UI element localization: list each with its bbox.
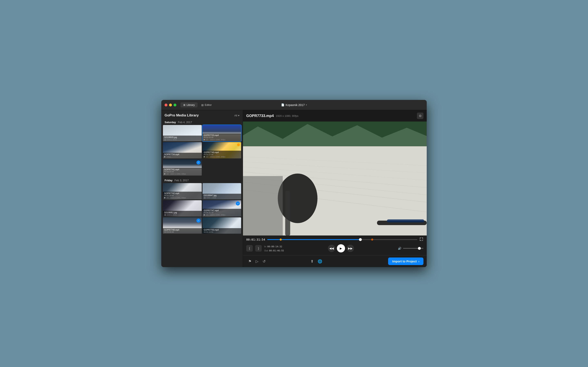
- day-group-friday: Friday Feb 3, 2017 GOPR7742.mp4 00:02:19…: [161, 177, 243, 235]
- filename-G0108951: G0108951.jpg: [164, 211, 200, 214]
- traffic-lights: [164, 104, 176, 106]
- close-button[interactable]: [164, 104, 167, 106]
- filename-GOPR7742: GOPR7742.mp4: [164, 192, 200, 194]
- media-item-GOPR7740[interactable]: GOPR7740.mp4 00:02:27:45 2D · 1920 x 108…: [203, 142, 241, 158]
- main-content: GoPro Media Library All ▾ Saturday Feb 4…: [161, 110, 427, 267]
- meta-GOPR7734: 90fps: [164, 156, 200, 158]
- duration-GOPR7747: 00:05:31:18: [204, 212, 240, 214]
- globe-icon: 🌐: [318, 259, 322, 263]
- duration-GOPR7733: 00:02:53:49: [204, 136, 240, 138]
- fullscreen-button[interactable]: [419, 237, 424, 242]
- filename-GOPR7747: GOPR7747.mp4: [204, 209, 240, 212]
- saturday-media-grid: G0108935.jpg 🖼 4000 x 3000 GOPR7733.mp4: [161, 125, 243, 175]
- photo-icon-G0108947: 🖼: [204, 197, 206, 199]
- out-point-label: Out: 00:01:46:55: [264, 249, 284, 252]
- in-point-value: 00:00:14:32: [267, 245, 282, 248]
- tab-editor[interactable]: ▤ Editor: [199, 102, 215, 108]
- progress-bar-container[interactable]: [267, 238, 417, 242]
- volume-icon: 🔊: [398, 247, 401, 250]
- settings-button[interactable]: ⚙: [417, 113, 424, 119]
- media-item-GOPR7741[interactable]: ✓ GOPR7741.mp4 00:00:33:20 2D · 1920 x 1…: [163, 159, 202, 175]
- import-to-project-button[interactable]: Import to Project ›: [388, 258, 424, 265]
- timecode-info: In: 00:00:14:32 Out: 00:01:46:55: [264, 244, 284, 252]
- library-icon: ⊞: [183, 104, 185, 106]
- day-name-saturday: Saturday: [164, 121, 176, 124]
- flag-button[interactable]: ⚑: [246, 258, 254, 264]
- tab-library[interactable]: ⊞ Library: [181, 102, 198, 108]
- fullscreen-icon: [420, 238, 423, 241]
- duration-GOPR7741: 00:00:33:20: [164, 171, 200, 173]
- filename-GOPR7734: GOPR7734.mp4: [164, 153, 200, 156]
- video-preview: [243, 122, 427, 235]
- sidebar: GoPro Media Library All ▾ Saturday Feb 4…: [161, 110, 243, 267]
- media-item-GOPR7747[interactable]: ✓ GOPR7747.mp4 00:05:31:18 2D · 1920 x 1…: [203, 200, 241, 217]
- maximize-button[interactable]: [173, 104, 176, 106]
- fast-forward-icon: ▶▶: [348, 247, 353, 250]
- rotate-button[interactable]: ↺: [260, 258, 268, 264]
- play-icon-GOPR7742: [164, 197, 166, 199]
- document-icon: 📄: [281, 103, 285, 106]
- media-item-GOPR7733[interactable]: GOPR7733.mp4 00:02:53:49 2D · 1920 x 108…: [203, 125, 241, 141]
- media-label-G0108951: G0108951.jpg 🖼 4000 x 3000: [163, 211, 202, 217]
- tab-library-label: Library: [187, 103, 195, 106]
- day-header-friday: Friday Feb 3, 2017: [161, 177, 243, 183]
- fast-forward-button[interactable]: ▶▶: [347, 245, 354, 252]
- media-item-GOPR7748[interactable]: ✓ GOPR7748.mp4 00:03:00:45: [163, 217, 202, 234]
- media-label-GOPR7748: GOPR7748.mp4 00:03:00:45: [163, 228, 202, 234]
- play-icon-GOPR7741: [164, 173, 166, 175]
- video-frame: [243, 122, 427, 235]
- copy-button[interactable]: ⬆: [309, 258, 316, 264]
- minimize-button[interactable]: [169, 104, 172, 106]
- video-resolution: 1920 x 1080, 90fps: [276, 114, 298, 117]
- out-point-marker: [371, 239, 373, 241]
- media-label-GOPR7740: GOPR7740.mp4 00:02:27:45 2D · 1920 x 108…: [203, 151, 241, 158]
- playhead[interactable]: [359, 238, 362, 241]
- media-label-GOPR7741: GOPR7741.mp4 00:00:33:20 2D · 1920 x 108…: [163, 168, 202, 175]
- media-item-GOPR7734[interactable]: GOPR7734.mp4 90fps: [163, 142, 202, 158]
- right-panel: GOPR7733.mp4 1920 x 1080, 90fps ⚙: [243, 110, 427, 267]
- media-label-G0108935: G0108935.jpg 🖼 4000 x 3000: [163, 136, 202, 141]
- meta-GOPR7747: 2D · 1920 x 1080, 90fps: [204, 214, 240, 216]
- chevron-down-icon: ▾: [306, 104, 307, 106]
- bottom-toolbar: ⚑ ▷ ↺ ⬆ 🌐 Import to Project ›: [243, 255, 427, 267]
- import-arrow-icon: ›: [418, 259, 419, 263]
- media-item-G0108947[interactable]: G0108947.jpg 🖼 4000 x 3000: [203, 183, 241, 200]
- globe-button[interactable]: 🌐: [316, 258, 324, 264]
- day-date-friday: Feb 3, 2017: [174, 179, 189, 182]
- filename-GOPR7748: GOPR7748.mp4: [164, 229, 200, 231]
- orange-badge-GOPR7740: [237, 143, 240, 146]
- sidebar-title: GoPro Media Library: [164, 113, 199, 117]
- out-point-value: 00:01:46:55: [269, 249, 284, 252]
- day-header-saturday: Saturday Feb 4, 2017: [161, 119, 243, 125]
- play-icon: ▶: [340, 247, 342, 250]
- volume-slider[interactable]: [403, 248, 424, 249]
- set-out-button[interactable]: }: [255, 245, 262, 252]
- nav-tabs: ⊞ Library ▤ Editor: [181, 102, 215, 108]
- play-icon-GOPR7734: [164, 156, 166, 158]
- play-icon-GOPR7747: [204, 214, 205, 216]
- media-label-GOPR7750: GOPR7750.mp4 00:01:12:51: [203, 228, 241, 234]
- check-badge-GOPR7741: ✓: [196, 160, 200, 165]
- media-item-GOPR7750[interactable]: GOPR7750.mp4 00:01:12:51: [203, 217, 241, 234]
- svg-rect-12: [285, 191, 290, 235]
- title-bar: ⊞ Library ▤ Editor 📄 Kopaonik 2017 ▾: [161, 100, 427, 110]
- filename-GOPR7740: GOPR7740.mp4: [204, 151, 240, 154]
- progress-track[interactable]: [267, 239, 417, 240]
- media-item-G0108951[interactable]: G0108951.jpg 🖼 4000 x 3000: [163, 200, 202, 217]
- media-item-G0108935[interactable]: G0108935.jpg 🖼 4000 x 3000: [163, 125, 202, 141]
- filter-button[interactable]: All ▾: [234, 114, 240, 117]
- media-label-GOPR7747: GOPR7747.mp4 00:05:31:18 2D · 1920 x 108…: [203, 209, 241, 217]
- media-item-GOPR7742[interactable]: GOPR7742.mp4 00:02:19:55 2D · 1920 x 108…: [163, 183, 202, 200]
- rewind-button[interactable]: ◀◀: [328, 245, 335, 252]
- play-forward-button[interactable]: ▷: [254, 258, 260, 264]
- filename-GOPR7741: GOPR7741.mp4: [164, 168, 200, 171]
- filename-GOPR7750: GOPR7750.mp4: [204, 229, 240, 231]
- set-in-button[interactable]: {: [246, 245, 253, 252]
- play-pause-button[interactable]: ▶: [337, 244, 345, 252]
- rewind-icon: ◀◀: [329, 247, 334, 250]
- meta-G0108947: 🖼 4000 x 3000: [204, 197, 240, 199]
- project-title: Kopaonik 2017: [286, 103, 305, 107]
- controls-bar: 00:01:31:54: [243, 235, 427, 255]
- video-frame-svg: [243, 122, 427, 235]
- project-name[interactable]: 📄 Kopaonik 2017 ▾: [281, 103, 307, 107]
